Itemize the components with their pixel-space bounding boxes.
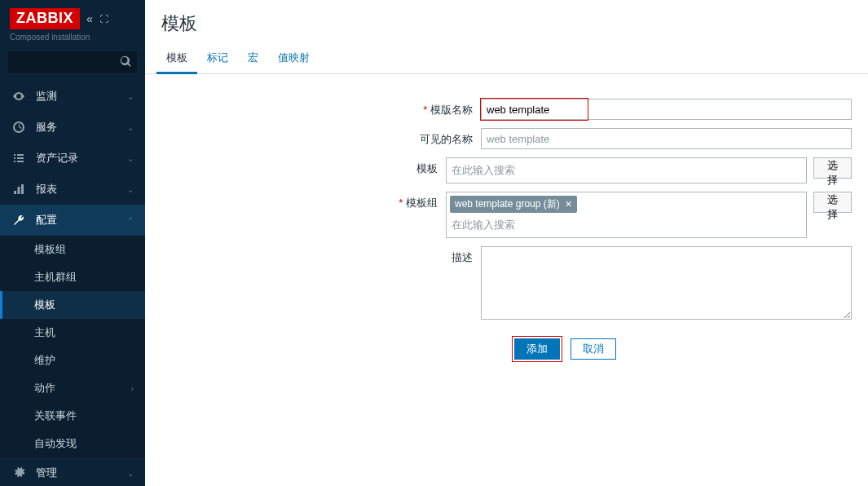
fullscreen-icon[interactable]: ⛶ [99, 14, 108, 24]
input-visible-name[interactable] [481, 128, 852, 149]
chevron-right-icon: › [131, 384, 134, 393]
subnav-label: 动作 [34, 381, 55, 395]
list-icon [11, 152, 26, 165]
add-highlight: 添加 [512, 336, 562, 362]
subnav-correlation[interactable]: 关联事件 [0, 402, 145, 430]
subnav-host-groups[interactable]: 主机群组 [0, 263, 145, 291]
collapse-icon[interactable]: « [86, 12, 93, 25]
page-title: 模板 [145, 0, 868, 44]
textarea-description[interactable] [481, 246, 852, 320]
search-input[interactable] [8, 51, 137, 73]
label-visible-name: 可见的名称 [145, 128, 481, 147]
search-box [8, 51, 137, 73]
label-template-groups: * 模板组 [145, 192, 446, 210]
add-button[interactable]: 添加 [514, 338, 560, 360]
bar-chart-icon [11, 183, 26, 196]
chevron-down-icon: ⌄ [127, 154, 134, 163]
gear-icon [11, 466, 26, 479]
nav: 监测 ⌄ 服务 ⌄ 资产记录 ⌄ 报表 ⌄ 配置 ⌃ [0, 81, 145, 236]
chevron-down-icon: ⌄ [127, 469, 134, 478]
input-template-name[interactable] [481, 99, 852, 120]
logo[interactable]: ZABBIX [10, 8, 80, 29]
tab-macros[interactable]: 宏 [238, 44, 268, 73]
tab-valuemaps[interactable]: 值映射 [268, 44, 319, 73]
nav-label: 报表 [36, 182, 127, 197]
main: 模板 模板 标记 宏 值映射 * 模版名称 可见的名称 [145, 0, 868, 486]
select-groups-button[interactable]: 选择 [813, 192, 852, 213]
nav-label: 资产记录 [36, 151, 127, 166]
nav-item-services[interactable]: 服务 ⌄ [0, 112, 145, 143]
form-actions: 添加 取消 [512, 336, 852, 362]
wrench-icon [11, 214, 26, 227]
group-tag: web template group (新) ✕ [450, 196, 577, 213]
nav-label: 配置 [36, 213, 127, 228]
nav-bottom: 管理 ⌄ [0, 457, 145, 486]
chevron-down-icon: ⌄ [127, 92, 134, 101]
subnav-discovery[interactable]: 自动发现 [0, 430, 145, 457]
sidebar-header: ZABBIX « ⛶ Composed installation [0, 0, 145, 46]
install-subtitle: Composed installation [10, 33, 135, 42]
chevron-down-icon: ⌄ [127, 185, 134, 194]
eye-icon [11, 90, 26, 103]
ms-placeholder: 在此输入搜索 [450, 161, 803, 179]
nav-item-inventory[interactable]: 资产记录 ⌄ [0, 143, 145, 174]
nav-label: 服务 [36, 120, 127, 135]
label-description: 描述 [145, 246, 481, 265]
nav-item-administration[interactable]: 管理 ⌄ [0, 457, 145, 486]
template-form: * 模版名称 可见的名称 模板 在此输入搜索 [145, 74, 868, 362]
tag-remove-icon[interactable]: ✕ [565, 199, 572, 210]
nav-item-monitoring[interactable]: 监测 ⌄ [0, 81, 145, 112]
select-templates-button[interactable]: 选择 [813, 157, 852, 179]
tab-template[interactable]: 模板 [156, 44, 197, 74]
subnav-maintenance[interactable]: 维护 [0, 347, 145, 374]
cancel-button[interactable]: 取消 [571, 338, 616, 360]
clock-icon [11, 121, 26, 134]
search-icon[interactable] [120, 55, 132, 70]
nav-item-configuration[interactable]: 配置 ⌃ [0, 205, 145, 236]
subnav-templates[interactable]: 模板 [0, 291, 145, 319]
tag-label: web template group (新) [455, 197, 560, 211]
label-templates: 模板 [145, 157, 446, 176]
subnav-hosts[interactable]: 主机 [0, 319, 145, 347]
chevron-down-icon: ⌄ [127, 123, 134, 132]
subnav-actions[interactable]: 动作 › [0, 374, 145, 402]
multiselect-groups[interactable]: web template group (新) ✕ 在此输入搜索 [446, 192, 807, 238]
nav-label: 管理 [36, 466, 127, 480]
tab-tags[interactable]: 标记 [197, 44, 238, 73]
tabs: 模板 标记 宏 值映射 [145, 44, 868, 74]
sidebar: ZABBIX « ⛶ Composed installation 监测 ⌄ [0, 0, 145, 486]
nav-label: 监测 [36, 89, 127, 104]
ms-placeholder: 在此输入搜索 [450, 216, 803, 234]
label-template-name: * 模版名称 [145, 99, 481, 117]
subnav-template-groups[interactable]: 模板组 [0, 236, 145, 263]
chevron-up-icon: ⌃ [127, 216, 134, 225]
nav-item-reports[interactable]: 报表 ⌄ [0, 174, 145, 205]
multiselect-templates[interactable]: 在此输入搜索 [446, 157, 807, 183]
subnav-configuration: 模板组 主机群组 模板 主机 维护 动作 › 关联事件 自动发现 [0, 236, 145, 457]
